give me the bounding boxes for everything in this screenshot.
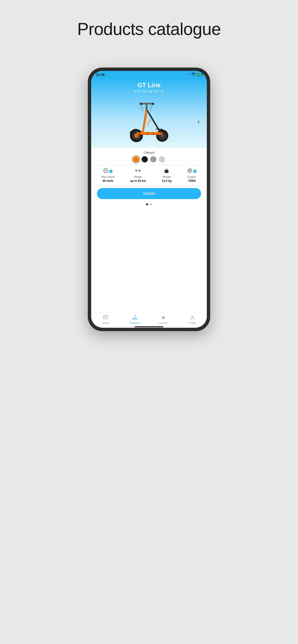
svg-point-41 (192, 316, 193, 318)
signal-icon (186, 74, 190, 75)
svg-rect-9 (147, 132, 148, 135)
svg-line-37 (134, 316, 135, 318)
phone-screen: 13:49 (91, 71, 207, 328)
nav-label-profile: Profile (189, 322, 196, 324)
spec-icon-row-engine: i (187, 168, 197, 174)
spec-weight: Weight 13.2 kg (162, 168, 172, 182)
speedometer-icon (103, 168, 108, 174)
svg-line-18 (141, 104, 143, 111)
next-arrow-button[interactable]: › (198, 118, 200, 125)
engine-info-badge[interactable]: i (193, 170, 197, 173)
weight-icon (164, 168, 169, 174)
page-title: Products catalogue (77, 19, 221, 39)
nav-item-products[interactable]: Products (120, 315, 149, 324)
svg-rect-10 (153, 132, 154, 135)
spec-label-speed: Max speed (101, 176, 114, 178)
spec-label-weight: Weight (163, 176, 171, 178)
spec-value-range: up to 40 km (130, 179, 146, 182)
specs-section: i Max speed 46 km/h Range (91, 165, 207, 186)
details-section: Details (91, 186, 207, 202)
svg-text:ETHOR: ETHOR (146, 119, 152, 126)
spec-label-engine: Engine (188, 176, 196, 178)
connect-icon (161, 315, 166, 321)
color-swatch-gray[interactable] (150, 156, 157, 162)
svg-line-13 (143, 109, 146, 132)
colors-section: Colours (91, 148, 207, 165)
svg-point-34 (133, 318, 134, 320)
gear-icon (187, 168, 192, 174)
range-icon (135, 168, 141, 174)
svg-point-35 (135, 318, 137, 320)
home-indicator (135, 326, 163, 327)
details-button[interactable]: Details (97, 188, 201, 199)
phone-frame: 13:49 (88, 68, 210, 331)
product-variants: GTS • GT SE • GT SL (134, 90, 164, 93)
nav-item-social[interactable]: Social (91, 315, 120, 324)
page-indicator-1[interactable] (146, 204, 148, 205)
wifi-icon (191, 73, 196, 77)
status-time: 13:49 (96, 73, 105, 77)
svg-rect-7 (138, 132, 161, 134)
profile-icon (190, 315, 195, 321)
color-swatch-black[interactable] (141, 156, 148, 162)
nav-label-connect: Connect (159, 322, 168, 324)
colors-label: Colours (96, 151, 202, 154)
social-icon (103, 315, 108, 321)
svg-rect-8 (139, 132, 140, 135)
nav-label-products: Products (130, 322, 139, 324)
product-name: GT Line (137, 82, 161, 89)
spec-icon-row-speed: i (103, 168, 112, 174)
bottom-nav: Social Products (91, 313, 207, 325)
spec-value-speed: 46 km/h (102, 179, 113, 182)
svg-line-11 (146, 109, 160, 132)
products-icon (132, 315, 137, 321)
color-swatches (96, 156, 202, 162)
battery-icon (197, 73, 202, 76)
spec-label-range: Range (134, 176, 142, 178)
svg-point-29 (189, 170, 191, 171)
color-swatch-lightgray[interactable] (159, 156, 165, 162)
spec-max-speed: i Max speed 46 km/h (101, 168, 114, 182)
svg-point-21 (135, 135, 137, 136)
speed-info-badge[interactable]: i (109, 170, 112, 173)
color-swatch-orange[interactable] (133, 156, 139, 162)
status-icons (186, 73, 202, 77)
nav-label-social: Social (102, 322, 109, 324)
svg-line-19 (150, 104, 152, 111)
spec-range: Range up to 40 km (130, 168, 146, 182)
page-indicator-2[interactable] (150, 204, 152, 205)
nav-item-profile[interactable]: Profile (178, 315, 207, 324)
product-image-container: ETHOR › (96, 95, 202, 148)
status-bar: 13:49 (91, 71, 207, 78)
page-indicators (91, 202, 207, 207)
spec-value-engine: 700W (188, 179, 196, 182)
hero-section: GT Line GTS • GT SE • GT SL (91, 78, 207, 148)
svg-rect-28 (165, 170, 169, 173)
nav-item-connect[interactable]: Connect (149, 315, 178, 324)
spec-value-weight: 13.2 kg (162, 179, 172, 182)
spec-icon-row-range (135, 168, 141, 174)
spec-icon-row-weight (164, 168, 169, 174)
scooter-image: ETHOR (123, 98, 175, 146)
spec-engine: i Engine 700W (187, 168, 197, 182)
